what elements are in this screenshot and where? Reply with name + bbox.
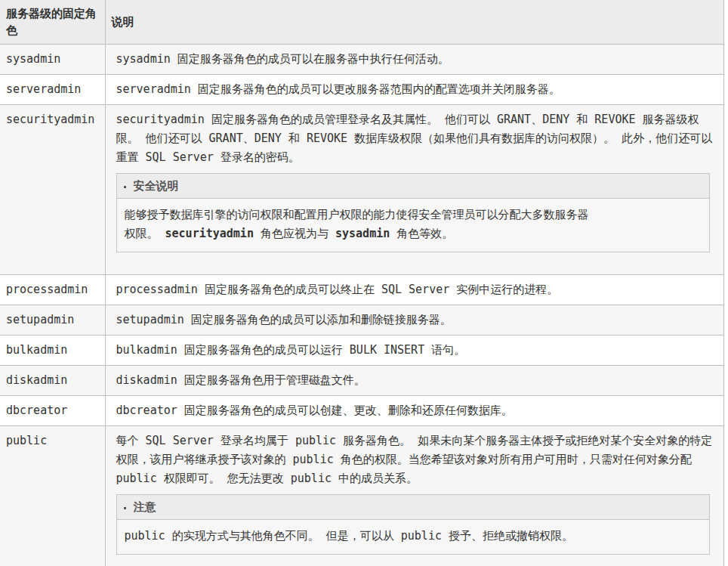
role-name-cell: processadmin bbox=[0, 275, 105, 305]
table-row: securityadminsecurityadmin 固定服务器角色的成员管理登… bbox=[0, 105, 724, 275]
table-header-row: 服务器级的固定角色 说明 bbox=[0, 0, 724, 45]
server-roles-table: 服务器级的固定角色 说明 sysadminsysadmin 固定服务器角色的成员… bbox=[0, 0, 724, 566]
text-segment: sysadmin 固定服务器角色的成员可以在服务器中执行任何活动。 bbox=[116, 52, 449, 66]
table-row: serveradminserveradmin 固定服务器角色的成员可以更改服务器… bbox=[0, 75, 724, 105]
role-name-cell: bulkadmin bbox=[0, 336, 105, 366]
role-description-cell: dbcreator 固定服务器角色的成员可以创建、更改、删除和还原任何数据库。 bbox=[105, 396, 724, 426]
role-name-cell: serveradmin bbox=[0, 75, 105, 105]
callout-header: 安全说明 bbox=[117, 174, 710, 199]
description-text: securityadmin 固定服务器角色的成员管理登录名及其属性。 他们可以 … bbox=[116, 110, 717, 167]
text-segment: dbcreator 固定服务器角色的成员可以创建、更改、删除和还原任何数据库。 bbox=[116, 404, 513, 417]
role-name-cell: securityadmin bbox=[0, 105, 105, 275]
text-segment: public 的实现方式与其他角色不同。 但是，可以从 public 授予、拒绝… bbox=[125, 529, 574, 543]
role-description-cell: setupadmin 固定服务器角色的成员可以添加和删除链接服务器。 bbox=[105, 305, 724, 336]
code-term-bold: sysadmin bbox=[335, 227, 390, 240]
callout-title: 安全说明 bbox=[134, 179, 179, 193]
text-segment: 角色等效。 bbox=[390, 227, 453, 240]
text-segment: bulkadmin 固定服务器角色的成员可以运行 BULK INSERT 语句。 bbox=[116, 343, 466, 357]
callout-header: 注意 bbox=[117, 495, 710, 520]
column-header-role: 服务器级的固定角色 bbox=[0, 0, 105, 45]
text-segment: diskadmin 固定服务器角色用于管理磁盘文件。 bbox=[116, 373, 366, 387]
table-row: setupadminsetupadmin 固定服务器角色的成员可以添加和删除链接… bbox=[0, 305, 724, 336]
table-row: diskadmindiskadmin 固定服务器角色用于管理磁盘文件。 bbox=[0, 366, 724, 396]
role-description-cell: bulkadmin 固定服务器角色的成员可以运行 BULK INSERT 语句。 bbox=[105, 336, 724, 366]
code-term-bold: securityadmin bbox=[165, 227, 254, 240]
role-description-cell: 每个 SQL Server 登录名均属于 public 服务器角色。 如果未向某… bbox=[105, 426, 724, 566]
role-name-cell: public bbox=[0, 426, 105, 566]
table-row: processadminprocessadmin 固定服务器角色的成员可以终止在… bbox=[0, 275, 724, 305]
callout-title: 注意 bbox=[134, 500, 156, 514]
column-header-description: 说明 bbox=[105, 0, 724, 45]
table-row: bulkadminbulkadmin 固定服务器角色的成员可以运行 BULK I… bbox=[0, 336, 724, 366]
description-text: sysadmin 固定服务器角色的成员可以在服务器中执行任何活动。 bbox=[116, 50, 717, 69]
role-name-cell: sysadmin bbox=[0, 45, 105, 75]
role-name-cell: dbcreator bbox=[0, 396, 105, 426]
table-row: sysadminsysadmin 固定服务器角色的成员可以在服务器中执行任何活动… bbox=[0, 45, 724, 75]
text-segment: 每个 SQL Server 登录名均属于 public 服务器角色。 如果未向某… bbox=[116, 434, 713, 485]
role-description-cell: processadmin 固定服务器角色的成员可以终止在 SQL Server … bbox=[105, 275, 724, 305]
role-name-cell: diskadmin bbox=[0, 366, 105, 396]
table-row: public每个 SQL Server 登录名均属于 public 服务器角色。… bbox=[0, 426, 724, 566]
description-text: 每个 SQL Server 登录名均属于 public 服务器角色。 如果未向某… bbox=[116, 431, 717, 488]
text-segment: 角色应视为与 bbox=[254, 227, 335, 240]
description-text: dbcreator 固定服务器角色的成员可以创建、更改、删除和还原任何数据库。 bbox=[116, 401, 717, 420]
role-description-cell: securityadmin 固定服务器角色的成员管理登录名及其属性。 他们可以 … bbox=[105, 105, 724, 275]
text-segment: processadmin 固定服务器角色的成员可以终止在 SQL Server … bbox=[116, 283, 559, 296]
note-icon bbox=[124, 507, 126, 509]
role-name-cell: setupadmin bbox=[0, 305, 105, 336]
role-description-cell: serveradmin 固定服务器角色的成员可以更改服务器范围内的配置选项并关闭… bbox=[105, 75, 724, 105]
callout-body: public 的实现方式与其他角色不同。 但是，可以从 public 授予、拒绝… bbox=[117, 520, 710, 554]
text-segment: setupadmin 固定服务器角色的成员可以添加和删除链接服务器。 bbox=[116, 313, 452, 326]
table-body: sysadminsysadmin 固定服务器角色的成员可以在服务器中执行任何活动… bbox=[0, 45, 724, 566]
text-segment: securityadmin 固定服务器角色的成员管理登录名及其属性。 他们可以 … bbox=[116, 113, 713, 164]
description-text: bulkadmin 固定服务器角色的成员可以运行 BULK INSERT 语句。 bbox=[116, 341, 717, 360]
note-icon bbox=[124, 186, 126, 188]
callout-body: 能够授予数据库引擎的访问权限和配置用户权限的能力使得安全管理员可以分配大多数服务… bbox=[117, 199, 710, 252]
callout-box: 安全说明能够授予数据库引擎的访问权限和配置用户权限的能力使得安全管理员可以分配大… bbox=[116, 173, 711, 252]
role-description-cell: sysadmin 固定服务器角色的成员可以在服务器中执行任何活动。 bbox=[105, 45, 724, 75]
description-text: setupadmin 固定服务器角色的成员可以添加和删除链接服务器。 bbox=[116, 311, 717, 329]
callout-text: public 的实现方式与其他角色不同。 但是，可以从 public 授予、拒绝… bbox=[125, 527, 599, 546]
description-text: serveradmin 固定服务器角色的成员可以更改服务器范围内的配置选项并关闭… bbox=[116, 80, 717, 99]
callout-text: 能够授予数据库引擎的访问权限和配置用户权限的能力使得安全管理员可以分配大多数服务… bbox=[125, 206, 599, 243]
description-text: processadmin 固定服务器角色的成员可以终止在 SQL Server … bbox=[116, 280, 717, 299]
text-segment: serveradmin 固定服务器角色的成员可以更改服务器范围内的配置选项并关闭… bbox=[116, 82, 560, 96]
callout-box: 注意public 的实现方式与其他角色不同。 但是，可以从 public 授予、… bbox=[116, 494, 711, 555]
table-row: dbcreatordbcreator 固定服务器角色的成员可以创建、更改、删除和… bbox=[0, 396, 724, 426]
description-text: diskadmin 固定服务器角色用于管理磁盘文件。 bbox=[116, 371, 717, 390]
role-description-cell: diskadmin 固定服务器角色用于管理磁盘文件。 bbox=[105, 366, 724, 396]
